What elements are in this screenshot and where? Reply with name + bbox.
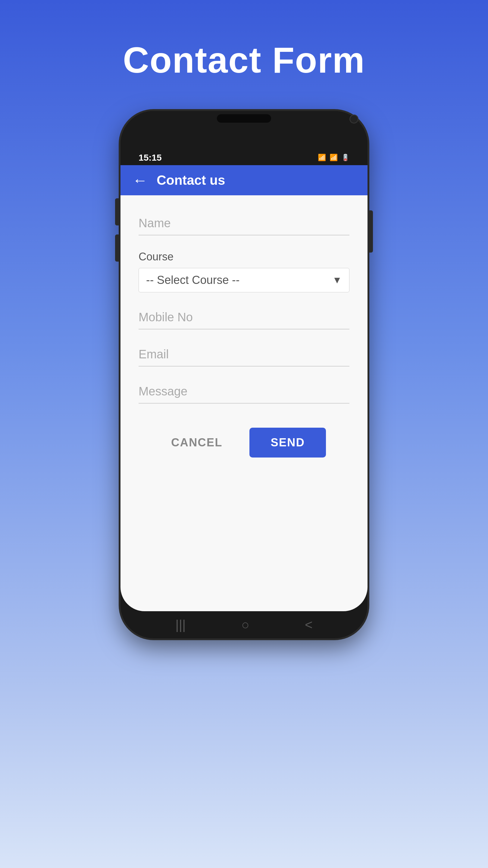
notch xyxy=(202,111,286,126)
bottom-nav: ||| ○ < xyxy=(130,611,358,638)
back-button[interactable]: ← xyxy=(133,172,148,189)
power-button[interactable] xyxy=(367,210,373,253)
volume-down-button[interactable] xyxy=(115,235,121,261)
front-camera xyxy=(350,115,358,124)
name-input[interactable] xyxy=(138,213,350,236)
send-button[interactable]: SEND xyxy=(250,428,326,458)
message-input[interactable] xyxy=(138,381,350,404)
course-select-text: -- Select Course -- xyxy=(146,274,239,287)
buttons-row: CANCEL SEND xyxy=(138,428,350,458)
app-header-title: Contact us xyxy=(157,173,225,188)
recent-apps-icon[interactable]: ||| xyxy=(175,617,186,632)
volume-up-button[interactable] xyxy=(115,198,121,225)
app-header: ← Contact us xyxy=(121,165,367,195)
email-field xyxy=(138,344,350,367)
back-nav-icon[interactable]: < xyxy=(305,617,313,632)
course-field: Course -- Select Course -- ▼ xyxy=(138,250,350,292)
course-select[interactable]: -- Select Course -- ▼ xyxy=(138,268,350,292)
mobile-input[interactable] xyxy=(138,307,350,330)
dropdown-arrow-icon: ▼ xyxy=(332,275,342,286)
phone-shell: 15:15 📶 📶 🪫 ← Contact us Course -- Selec… xyxy=(121,111,367,638)
battery-icon: 🪫 xyxy=(341,154,350,161)
course-label: Course xyxy=(138,250,350,263)
page-title: Contact Form xyxy=(123,39,365,81)
email-input[interactable] xyxy=(138,344,350,367)
mobile-field xyxy=(138,307,350,330)
message-field xyxy=(138,381,350,404)
status-icons: 📶 📶 🪫 xyxy=(318,154,350,161)
name-field xyxy=(138,213,350,236)
status-time: 15:15 xyxy=(138,153,162,163)
signal-icon: 📶 xyxy=(330,154,338,161)
screen-content: Course -- Select Course -- ▼ CANCEL SEND xyxy=(121,195,367,611)
phone-top-bar xyxy=(121,111,367,150)
home-icon[interactable]: ○ xyxy=(241,617,250,632)
notch-pill xyxy=(217,114,271,123)
status-bar: 15:15 📶 📶 🪫 xyxy=(130,150,358,165)
cancel-button[interactable]: CANCEL xyxy=(162,430,231,455)
wifi-icon: 📶 xyxy=(318,154,326,161)
